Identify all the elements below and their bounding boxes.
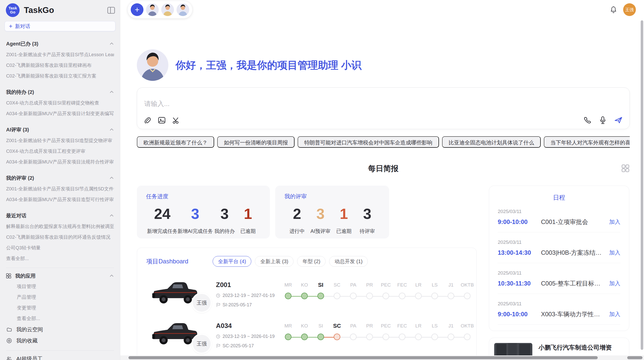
milestone-dot <box>285 293 291 299</box>
sidebar-task-item[interactable]: C0X4-动力总成开发项目SI里程碑提交物检查 <box>6 97 114 108</box>
attachment-icon[interactable] <box>144 117 151 124</box>
taskgo-logo: Task Go <box>6 3 20 17</box>
recent-chat-item[interactable]: C02-飞腾新能源轻客改款项目的闭环通告反馈情况 <box>6 232 114 242</box>
project-dates: 2023-12-19 ~ 2027-01-19 <box>216 293 280 298</box>
chevron-up-icon[interactable] <box>109 274 114 278</box>
suggestion-chip[interactable]: 特朗普可能对进口汽车增税会对中国车企造成哪些影响 <box>298 136 439 148</box>
flag-icon <box>216 344 220 348</box>
sidebar-task-item[interactable]: Z001-全新燃油轻卡产品开发项目SI造型提交物评审 <box>6 135 114 146</box>
sidebar-item-favorites[interactable]: 我的收藏 <box>6 335 114 346</box>
sidebar-task-item[interactable]: Z001-全新燃油皮卡产品开发项目SI节点Lesson Learn报告 <box>6 49 114 60</box>
milestone-label: LR <box>410 322 427 329</box>
milestone: MR <box>280 281 296 300</box>
app-link[interactable]: 变更管理 <box>6 303 114 313</box>
stat-label: 进行中 <box>285 228 309 235</box>
scissors-icon[interactable] <box>172 117 180 124</box>
sidebar-task-item[interactable]: A034-全新新能源MUV产品开发项目造型可行性评审 <box>6 194 114 205</box>
vertical-scrollbar[interactable] <box>641 20 643 350</box>
people-icon <box>6 356 12 360</box>
recent-chat-item[interactable]: 公司Q3轻卡销量 <box>6 242 114 253</box>
chevron-up-icon[interactable] <box>109 213 114 218</box>
dashboard-filter-pill[interactable]: 全新上装 (3) <box>255 256 294 267</box>
chevron-up-icon[interactable] <box>109 90 114 94</box>
sidebar-scroll[interactable]: Agent已办 (3) Z001-全新燃油皮卡产品开发项目SI节点Lesson … <box>0 31 120 360</box>
milestone-dot <box>431 293 438 299</box>
milestone-dot <box>366 293 373 299</box>
my-apps-header[interactable]: 我的应用 <box>6 271 114 281</box>
schedule-item: 2025/03/11 9:00-10:00 X003-车辆动力学性能验... 加… <box>498 301 620 325</box>
sidebar-task-item[interactable]: Z001-全新燃油轻卡产品开发项目SI节点属性5D文件评审 <box>6 183 114 194</box>
briefing-header: 每日简报 <box>137 163 630 174</box>
milestone-dot <box>350 293 357 299</box>
suggestion-chip[interactable]: 比亚迪全固态电池计划具体说了什么 <box>442 136 541 148</box>
suggestion-chip[interactable]: 当下年轻人对汽车外观有怎样的喜好趋势 <box>544 136 630 148</box>
dashboard-filter-pill[interactable]: 年型 (2) <box>297 256 326 267</box>
sidebar-task-item[interactable]: A034-全新新能源MUV产品开发项目计划变更表编写 <box>6 108 114 119</box>
user-avatar[interactable]: 王强 <box>623 3 636 16</box>
recent-view-all[interactable]: 查看全部... <box>6 253 114 264</box>
dashboard-filter-pill[interactable]: 动总开发 (1) <box>329 256 368 267</box>
suggestion-chip[interactable]: 如何写一份清晰的项目周报 <box>217 136 295 148</box>
apps-view-all[interactable]: 查看全部... <box>6 313 114 324</box>
milestone-dot <box>415 334 422 340</box>
sidebar-task-item[interactable]: C02-飞腾新能源轻客改款项目里程碑画布 <box>6 60 114 70</box>
project-row[interactable]: 王强 A034 2023-12-19 ~ 2026-01 <box>146 320 467 349</box>
horizontal-scrollbar-thumb[interactable] <box>128 356 598 359</box>
sidebar-item-cloud-space[interactable]: 我的云空间 <box>6 324 114 335</box>
suggestion-chip[interactable]: 欧洲新规最近颁布了什么？ <box>137 136 214 148</box>
add-agent-button[interactable]: + <box>131 3 143 16</box>
stat-item: 2 进行中 <box>285 206 309 235</box>
agent-avatar[interactable] <box>161 3 174 16</box>
horizontal-scrollbar-corner[interactable] <box>627 356 642 359</box>
agent-avatar[interactable] <box>146 3 159 16</box>
plus-icon: + <box>9 23 12 30</box>
app-link[interactable]: 项目管理 <box>6 281 114 292</box>
project-row[interactable]: 王强 Z001 2023-12-19 ~ 2027-01 <box>146 279 467 308</box>
app-link[interactable]: 产品管理 <box>6 292 114 303</box>
chevron-up-icon[interactable] <box>109 41 114 46</box>
sidebar-task-item[interactable]: C0X4-动力总成开发项目工程变更评审 <box>6 146 114 156</box>
stat-label: AI预评审 <box>309 228 332 235</box>
agent-avatar[interactable] <box>177 3 189 16</box>
image-icon[interactable] <box>158 117 166 124</box>
join-link[interactable]: 加入 <box>609 310 620 318</box>
section-header[interactable]: Agent已办 (3) <box>6 38 114 49</box>
section-header[interactable]: 我的待办 (2) <box>6 87 114 97</box>
sidebar-item-ai-staff[interactable]: AI超级员工 <box>6 353 114 360</box>
truck-image <box>151 279 198 305</box>
cloud-space-label: 我的云空间 <box>16 326 43 333</box>
logo-line2: Go <box>10 10 16 14</box>
join-link[interactable]: 加入 <box>609 218 620 226</box>
phone-call-icon[interactable] <box>583 116 591 124</box>
project-code: Z001 <box>216 281 280 289</box>
milestone-track: MR KO <box>280 281 475 300</box>
sidebar-task-item[interactable]: C02-飞腾新能源轻客改款项目立项汇报方案 <box>6 70 114 81</box>
chevron-up-icon[interactable] <box>109 176 114 180</box>
apps-grid-icon <box>6 273 11 278</box>
dashboard-filter-pill[interactable]: 全新平台 (4) <box>213 256 251 267</box>
join-link[interactable]: 加入 <box>609 280 620 287</box>
milestone: KO <box>296 281 313 300</box>
section-header[interactable]: 我的评审 (2) <box>6 173 114 183</box>
chevron-up-icon[interactable] <box>109 127 114 132</box>
project-dates: 2023-12-19 ~ 2026-01-19 <box>216 334 280 339</box>
briefing-title: 每日简报 <box>137 163 630 174</box>
milestone-dot <box>317 293 324 299</box>
briefing-stat-card: 我的评审 2 进行中 3 AI预评审 <box>275 186 389 238</box>
milestone-label: SC <box>329 281 345 289</box>
new-chat-button[interactable]: + 新对话 <box>5 21 115 31</box>
microphone-icon[interactable] <box>599 116 607 124</box>
recent-chat-item[interactable]: 解释最新出台的欧盟报废车法规再生塑料比例被调至15%... <box>6 221 114 232</box>
recent-header[interactable]: 最近对话 <box>6 210 114 221</box>
notification-bell-icon[interactable] <box>610 6 617 13</box>
sidebar-task-item[interactable]: A034-全新新能源MUV产品开发项目法规符合性评审 <box>6 156 114 167</box>
join-link[interactable]: 加入 <box>609 249 620 257</box>
dashboard-header: 项目Dashboard 全新平台 (4)全新上装 (3)年型 (2)动总开发 (… <box>146 256 467 267</box>
horizontal-scrollbar-track[interactable] <box>120 355 644 360</box>
milestone-label: J1 <box>443 322 459 329</box>
send-icon[interactable] <box>614 116 623 124</box>
sidebar-collapse-icon[interactable] <box>107 7 115 14</box>
layout-grid-icon[interactable] <box>621 164 630 173</box>
chat-input[interactable] <box>144 99 520 115</box>
section-header[interactable]: AI评审 (3) <box>6 124 114 135</box>
